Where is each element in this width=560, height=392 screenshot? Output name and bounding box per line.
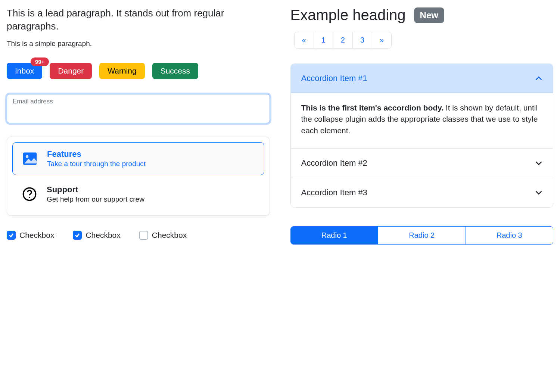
button-row: Inbox 99+ Danger Warning Success (7, 63, 270, 79)
accordion-body-1: This is the first item's accordion body.… (291, 93, 553, 148)
checkbox-3[interactable]: Checkbox (139, 231, 187, 240)
checkbox-row: Checkbox Checkbox Checkbox (7, 231, 270, 240)
email-field-wrapper: Email address (7, 94, 270, 123)
svg-point-1 (26, 155, 28, 158)
chevron-down-icon (535, 159, 542, 167)
checkbox-empty-icon (139, 231, 148, 240)
page-prev[interactable]: « (294, 32, 314, 49)
inbox-button[interactable]: Inbox 99+ (7, 63, 42, 79)
checkbox-label: Checkbox (85, 231, 120, 240)
accordion: Accordion Item #1 This is the first item… (290, 63, 554, 208)
accordion-title: Accordion Item #1 (301, 74, 367, 83)
new-badge: New (414, 7, 444, 23)
accordion-body-strong: This is the first item's accordion body. (301, 103, 444, 112)
list-item-subtitle: Take a tour through the product (47, 160, 146, 168)
danger-button[interactable]: Danger (50, 63, 92, 79)
chevron-down-icon (535, 189, 542, 196)
list-item-title: Support (47, 185, 144, 195)
list-card: Features Take a tour through the product… (7, 137, 270, 216)
page-1[interactable]: 1 (314, 32, 333, 49)
check-icon (73, 231, 82, 240)
radio-3[interactable]: Radio 3 (466, 227, 553, 244)
page-next[interactable]: » (372, 32, 392, 49)
radio-group: Radio 1 Radio 2 Radio 3 (290, 226, 554, 245)
simple-paragraph: This is a simple paragraph. (7, 40, 270, 48)
checkbox-label: Checkbox (19, 231, 54, 240)
list-item-features[interactable]: Features Take a tour through the product (12, 142, 264, 175)
email-input[interactable] (7, 94, 270, 123)
inbox-badge: 99+ (31, 57, 49, 66)
question-circle-icon (20, 186, 39, 202)
radio-1[interactable]: Radio 1 (291, 227, 378, 244)
warning-button[interactable]: Warning (99, 63, 144, 79)
accordion-item-3: Accordion Item #3 (291, 178, 553, 207)
list-item-support[interactable]: Support Get help from our support crew (12, 178, 264, 210)
success-button[interactable]: Success (152, 63, 198, 79)
accordion-title: Accordion Item #3 (301, 188, 367, 197)
radio-2[interactable]: Radio 2 (378, 227, 466, 244)
accordion-header-3[interactable]: Accordion Item #3 (291, 178, 553, 207)
page-heading: Example heading (290, 7, 406, 24)
chevron-double-right-icon: » (380, 36, 384, 44)
list-item-subtitle: Get help from our support crew (47, 195, 144, 203)
checkbox-1[interactable]: Checkbox (7, 231, 54, 240)
list-item-title: Features (47, 149, 146, 159)
chevron-double-left-icon: « (302, 36, 306, 44)
page-3[interactable]: 3 (352, 32, 372, 49)
checkbox-2[interactable]: Checkbox (73, 231, 120, 240)
page-2[interactable]: 2 (333, 32, 353, 49)
accordion-item-2: Accordion Item #2 (291, 148, 553, 178)
inbox-button-label: Inbox (15, 66, 34, 75)
checkbox-label: Checkbox (152, 231, 187, 240)
accordion-header-2[interactable]: Accordion Item #2 (291, 149, 553, 178)
accordion-item-1: Accordion Item #1 This is the first item… (291, 64, 553, 148)
heading-row: Example heading New (290, 7, 554, 24)
svg-point-3 (29, 197, 30, 198)
chevron-up-icon (535, 75, 542, 82)
accordion-header-1[interactable]: Accordion Item #1 (291, 64, 553, 93)
pagination: « 1 2 3 » (294, 32, 554, 49)
lead-paragraph: This is a lead paragraph. It stands out … (7, 7, 270, 33)
image-icon (20, 150, 40, 167)
accordion-title: Accordion Item #2 (301, 158, 367, 168)
check-icon (7, 231, 16, 240)
